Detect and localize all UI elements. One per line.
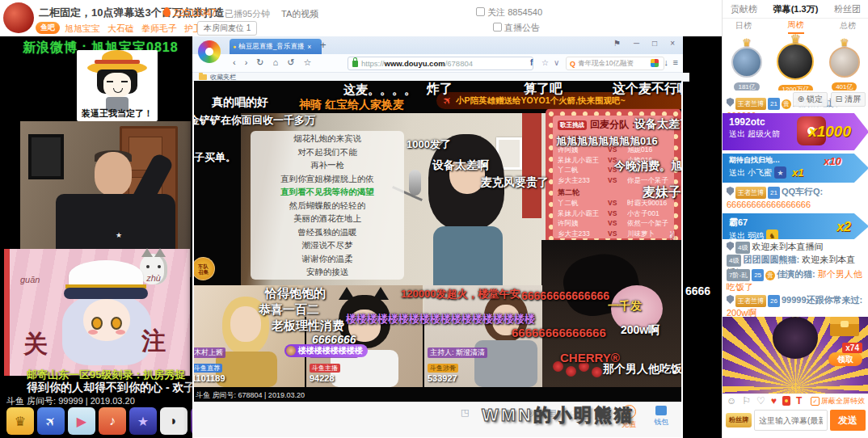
tab-fanclub[interactable]: 粉丝团 — [834, 3, 861, 15]
follow-char-guan: 关 — [23, 328, 48, 361]
chat-username[interactable]: 佳演的猫: — [777, 269, 815, 279]
clear-screen-button[interactable]: ⊟ 清屏 — [831, 92, 866, 107]
fish-icon: ▶ — [77, 414, 86, 429]
tab-danmaku[interactable]: 弹幕(1.3万) — [773, 3, 819, 15]
flag-icon[interactable]: ⚑ — [613, 39, 621, 48]
new-tab-button[interactable]: + — [320, 39, 327, 51]
danmaku-text: 楼楼楼楼楼楼楼楼楼楼楼楼楼楼楼楼楼楼 — [346, 312, 535, 326]
ssl-lock-icon — [352, 61, 358, 67]
wallet-button[interactable]: 钱包 — [654, 406, 668, 427]
tab-close-icon[interactable]: × — [307, 43, 311, 51]
anchor-tag[interactable]: 大石磕 — [107, 23, 134, 33]
guest2-badge: 斗鱼主播 — [310, 364, 340, 373]
cat-ear — [154, 248, 166, 257]
like-icon[interactable]: ♡ — [756, 395, 765, 406]
danmaku-text: 恰得饱饱的 — [265, 286, 326, 301]
guest2-room-id: 94228 — [310, 373, 358, 383]
cat-eye — [158, 265, 161, 268]
chat-username[interactable]: 99999还跟你常来过: — [782, 295, 862, 305]
apps-grid-icon[interactable] — [651, 59, 659, 67]
gift-black-box[interactable]: ◗ — [160, 407, 188, 435]
chat-tools: ⊕ 锁定 ⊟ 清屏 — [793, 92, 866, 107]
browser-tab[interactable]: ● 柚豆思直播_音乐直播_斗鱼 × — [230, 39, 322, 54]
screen: 二柜固定，10点弹幕送3个百万点券打造 22511047 已播95分钟 TA的视… — [0, 0, 868, 438]
red-envelope-icon[interactable] — [782, 396, 790, 406]
forward-icon[interactable]: › — [245, 57, 248, 68]
fan-badge: 王者兰博 — [735, 98, 766, 110]
gift-name: 超级火箭 — [748, 128, 780, 140]
chat-username[interactable]: QQ车行Q: — [782, 187, 823, 196]
tab-favicon: ● — [233, 44, 236, 49]
gift-icon: ★ — [774, 166, 786, 179]
fishbar-badge[interactable]: 鱼吧 — [36, 22, 60, 34]
horn-icon[interactable]: ⚐ — [742, 395, 751, 406]
block-effects-label: 屏蔽全屏特效 — [821, 396, 865, 406]
back-icon[interactable]: ‹ — [233, 57, 236, 68]
text-style-icon[interactable]: T — [796, 395, 802, 406]
bookmark-label[interactable]: 收藏夹栏 — [210, 73, 236, 82]
undo-icon[interactable]: ↺ — [287, 57, 294, 68]
url-scheme: https:// — [361, 59, 385, 68]
danmaku-input[interactable] — [754, 410, 828, 431]
anime-girl-eye — [91, 317, 103, 330]
menu-icon[interactable]: ≡ — [673, 57, 678, 67]
heart-icon[interactable]: ♥ — [771, 395, 777, 406]
meme-eye — [107, 81, 113, 82]
announcement-label: 直播公告 — [504, 23, 540, 32]
chat-text: 66666666666666666 — [727, 200, 811, 209]
lock-scroll-button[interactable]: ⊕ 锁定 — [793, 92, 828, 107]
rocket-icon: ✈ — [42, 412, 61, 431]
gift-flying-fish[interactable]: ▶ — [68, 407, 95, 435]
inner-stream-player[interactable]: 烟花礼炮的来宾说 对不起我们不能 再补一枪 直到你宣姐梯摆脱上的依 直到看不见我… — [194, 81, 681, 402]
car-team-badge[interactable]: 车队召集 — [194, 257, 215, 280]
chat-username[interactable]: 团团圆圆熊猫: — [743, 255, 799, 264]
gift-golden-dragon[interactable]: ♛ — [6, 407, 34, 435]
close-icon[interactable]: × — [670, 39, 675, 48]
follow-anime-card: guān zhù 关 注 — [4, 249, 190, 376]
subtab-total[interactable]: 总榜 — [840, 20, 856, 33]
treasure-chest-icon — [830, 323, 859, 336]
emoji-icon[interactable]: ☺ — [727, 395, 736, 406]
danmaku-text: 麦妹子 — [643, 184, 681, 201]
block-effects-toggle[interactable]: ✓ 屏蔽全屏特效 — [811, 396, 865, 406]
chat-message: 王者兰博21QQ车行Q: 66666666666666666 — [727, 186, 866, 211]
announcement-link[interactable]: 直播公告 — [493, 22, 540, 34]
maximize-icon[interactable]: □ — [652, 39, 657, 48]
lyric-line: 安静的接送 — [251, 265, 404, 279]
pk-row: 许阿姨VS依然一个架子 — [558, 218, 669, 229]
star-icon[interactable]: ☆ — [303, 57, 311, 68]
bookmark-star-icon[interactable]: ☆ — [541, 58, 549, 67]
anchor-tag[interactable]: 旭旭宝宝 — [65, 23, 100, 33]
anchor-tag[interactable]: 拳师毛子 — [141, 23, 177, 33]
url-path: /678804 — [445, 59, 473, 68]
gift-singer[interactable]: ♪ — [99, 407, 126, 435]
guest1-name: 木村上酱 — [194, 347, 225, 358]
dropdown-caret-icon[interactable]: ∨ — [554, 58, 559, 67]
danmaku-text: 老板理性消费 — [272, 318, 344, 334]
mic-seat-button[interactable]: 本房间麦位 1 — [197, 21, 257, 36]
browser-logo[interactable] — [198, 40, 221, 63]
refresh-icon[interactable]: ↻ — [256, 57, 263, 68]
download-icon[interactable]: ↓ — [664, 57, 669, 67]
chat-text: 欢迎来到本直播间 — [752, 242, 823, 251]
link-icon[interactable]: ◳ — [461, 407, 469, 418]
share-icon[interactable]: f — [530, 58, 533, 67]
streamer-avatar[interactable] — [3, 2, 34, 33]
combo-badge: x74 — [842, 343, 862, 353]
claim-button[interactable]: 领取 — [828, 352, 862, 366]
gift-rocket[interactable]: ✈ — [37, 407, 65, 435]
minimize-icon[interactable]: ─ — [634, 39, 639, 48]
tab-contribution[interactable]: 贡献榜 — [731, 3, 757, 15]
level-badge: 21 — [768, 98, 780, 110]
address-bar[interactable]: https://www.douyu.com/678804 — [348, 57, 533, 70]
send-button[interactable]: 发送 — [830, 410, 866, 431]
cat-ear — [141, 248, 153, 257]
hot-search-box[interactable]: Q 青年现金10亿融资 — [566, 57, 664, 70]
gift-planet[interactable]: ★ — [129, 407, 157, 435]
ta-videos-link[interactable]: TA的视频 — [281, 8, 318, 20]
guest3-label: 主持人: 斯澄清清 斗鱼涉骨 533927 — [428, 343, 487, 383]
star-icon: ★ — [137, 414, 149, 429]
home-icon[interactable]: ⌂ — [273, 57, 279, 68]
follow-count[interactable]: 关注 8854540 — [476, 6, 542, 19]
subtab-daily[interactable]: 日榜 — [735, 20, 752, 33]
